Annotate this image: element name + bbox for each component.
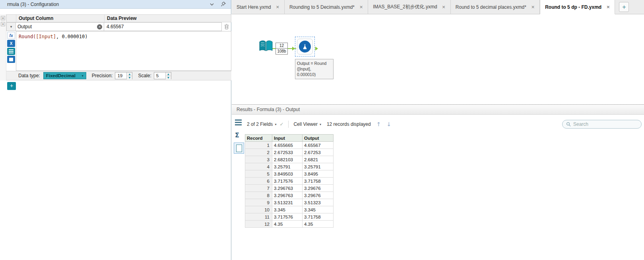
- cell-output[interactable]: 3.51323: [303, 199, 334, 206]
- cell-record[interactable]: 2: [245, 149, 272, 156]
- cell-record[interactable]: 4: [245, 163, 272, 170]
- cell-input[interactable]: 3.345: [272, 206, 303, 213]
- cell-input[interactable]: 3.717576: [272, 178, 303, 185]
- cell-input[interactable]: 4.35: [272, 221, 303, 228]
- tab-start-here[interactable]: Start Here.yxmd ×: [232, 0, 285, 14]
- scroll-down-icon[interactable]: ↓: [386, 121, 391, 127]
- precision-stepper[interactable]: 19 ▲ ▼: [115, 72, 132, 79]
- cell-output[interactable]: 3.71758: [303, 178, 334, 185]
- cell-input[interactable]: 2.682103: [272, 156, 303, 163]
- cell-input[interactable]: 3.717576: [272, 213, 303, 221]
- column-header-input[interactable]: Input: [272, 135, 303, 142]
- cell-output[interactable]: 3.8495: [303, 170, 334, 178]
- cell-record[interactable]: 12: [245, 221, 272, 228]
- search-input[interactable]: [573, 121, 638, 127]
- connection-progress-label[interactable]: 12 108b: [275, 43, 288, 55]
- cell-record[interactable]: 10: [245, 206, 272, 213]
- panel-chevron-down-icon[interactable]: [209, 1, 215, 8]
- cell-record[interactable]: 6: [245, 178, 272, 185]
- formula-tool[interactable]: [297, 39, 313, 55]
- annotation-line: 0.000010): [297, 72, 332, 77]
- pin-icon[interactable]: [220, 1, 226, 8]
- precision-up-icon[interactable]: ▲: [127, 72, 132, 76]
- cell-record[interactable]: 9: [245, 199, 272, 206]
- columns-icon[interactable]: [7, 48, 15, 55]
- tool-annotation[interactable]: Output = Round ([Input], 0.000010): [295, 59, 334, 79]
- cell-output[interactable]: 3.29676: [303, 192, 334, 199]
- data-view-icon-selected[interactable]: [234, 143, 244, 154]
- scale-label: Scale:: [138, 73, 151, 78]
- clear-field-icon[interactable]: ×: [97, 24, 102, 29]
- connection-size: 108b: [276, 49, 287, 54]
- cell-record[interactable]: 8: [245, 192, 272, 199]
- cell-viewer-caret-icon: ▾: [320, 123, 321, 126]
- cell-input[interactable]: 3.296763: [272, 192, 303, 199]
- data-type-dropdown[interactable]: FixedDecimal ▾: [43, 72, 86, 79]
- output-column-name[interactable]: Output: [17, 24, 97, 29]
- scale-value[interactable]: 5: [154, 72, 165, 79]
- fields-dropdown[interactable]: 2 of 2 Fields ▾: [247, 121, 276, 127]
- tab-close-icon[interactable]: ×: [359, 4, 363, 10]
- tab-close-icon[interactable]: ×: [276, 4, 279, 10]
- cell-output[interactable]: 4.35: [303, 221, 334, 228]
- cell-input[interactable]: 3.296763: [272, 185, 303, 192]
- functions-icon[interactable]: fx: [7, 32, 15, 39]
- tab-close-icon[interactable]: ×: [531, 4, 535, 10]
- tab-round-to-5-decimal-places[interactable]: Round to 5 decimal places.yxmd* ×: [451, 0, 540, 14]
- new-tab-button[interactable]: +: [619, 2, 629, 12]
- cell-viewer-dropdown[interactable]: Cell Viewer ▾: [293, 121, 321, 127]
- table-row: 32.6821032.6821: [245, 156, 334, 163]
- cell-input[interactable]: 3.849503: [272, 170, 303, 178]
- cell-output[interactable]: 3.29676: [303, 185, 334, 192]
- input-anchor-arrow-icon[interactable]: [292, 47, 295, 51]
- output-column-field[interactable]: Output ×: [16, 22, 104, 31]
- grid-view-icon-bar: [235, 124, 242, 125]
- workflow-canvas[interactable]: 12 108b Output = Round ([Input], 0.00001…: [232, 14, 644, 104]
- tab-imas-base[interactable]: IMAS_BASE_2初步优化.yxmd ×: [368, 0, 451, 14]
- scale-stepper[interactable]: 5 ▲ ▼: [154, 72, 171, 79]
- column-header-output[interactable]: Output: [303, 135, 334, 142]
- cell-input[interactable]: 3.513231: [272, 199, 303, 206]
- cell-record[interactable]: 7: [245, 185, 272, 192]
- row-expand-chevron-icon[interactable]: ▾: [6, 22, 16, 31]
- cell-input[interactable]: 3.25791: [272, 163, 303, 170]
- tab-round-to-5-dp-fd[interactable]: Round to 5 dp - FD.yxmd ×: [540, 0, 615, 14]
- grid-view-icon-bar: [235, 122, 242, 123]
- search-icon: [566, 122, 571, 127]
- tab-label: Round to 5 dp - FD.yxmd: [545, 4, 601, 10]
- scale-down-icon[interactable]: ▼: [166, 76, 171, 79]
- variables-icon[interactable]: X: [7, 40, 15, 47]
- add-expression-button[interactable]: +: [7, 82, 16, 90]
- column-header-record[interactable]: Record: [245, 135, 272, 142]
- tab-rounding-to-5-decimals[interactable]: Rounding to 5 Decimals.yxmd* ×: [285, 0, 368, 14]
- cell-output[interactable]: 3.345: [303, 206, 334, 213]
- precision-down-icon[interactable]: ▼: [127, 76, 132, 79]
- cell-output[interactable]: 3.25791: [303, 163, 334, 170]
- cell-record[interactable]: 1: [245, 142, 272, 149]
- output-anchor-arrow-icon[interactable]: [315, 47, 318, 51]
- delete-expression-button[interactable]: [222, 22, 231, 31]
- cell-input[interactable]: 4.655665: [272, 142, 303, 149]
- cell-output[interactable]: 3.71758: [303, 213, 334, 221]
- tab-close-icon[interactable]: ×: [606, 4, 610, 10]
- cell-record[interactable]: 11: [245, 213, 272, 221]
- cell-output[interactable]: 2.6821: [303, 156, 334, 163]
- scale-up-icon[interactable]: ▲: [166, 72, 171, 76]
- input-data-tool[interactable]: [258, 38, 274, 54]
- cell-record[interactable]: 3: [245, 156, 272, 163]
- metadata-view-icon[interactable]: Σ: [235, 131, 239, 139]
- search-box[interactable]: [562, 120, 642, 129]
- save-expression-icon[interactable]: [7, 56, 15, 63]
- precision-value[interactable]: 19: [115, 72, 126, 79]
- expression-editor[interactable]: Round([Input], 0.000010): [16, 31, 231, 71]
- cell-output[interactable]: 4.65567: [303, 142, 334, 149]
- cell-record[interactable]: 5: [245, 170, 272, 178]
- cell-output[interactable]: 2.67253: [303, 149, 334, 156]
- tab-close-icon[interactable]: ×: [442, 4, 446, 10]
- results-table: Record Input Output 14.6556654.65567 22.…: [245, 134, 334, 228]
- cell-input[interactable]: 2.672533: [272, 149, 303, 156]
- grid-view-icon[interactable]: [235, 119, 242, 125]
- formula-expression-row: ▾ Output × 4.65567: [6, 22, 231, 31]
- fields-check-icon[interactable]: ✓: [279, 121, 283, 127]
- scroll-up-icon[interactable]: ↑: [376, 121, 381, 127]
